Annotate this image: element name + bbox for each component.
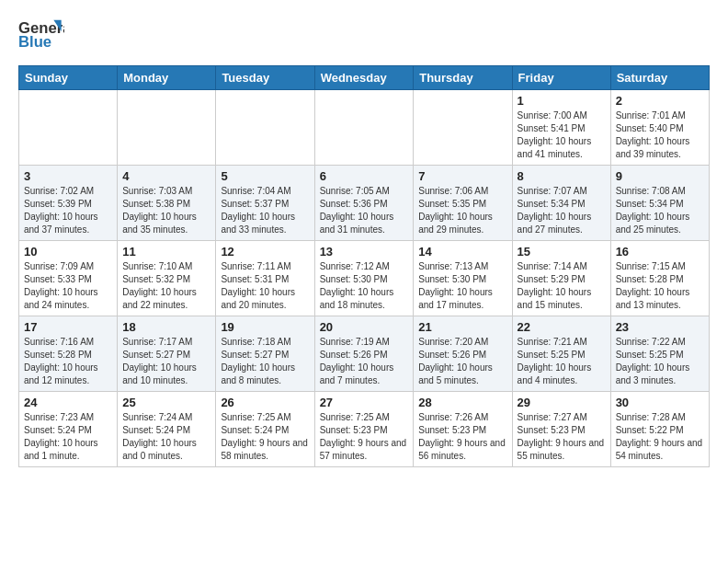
calendar-cell: 15Sunrise: 7:14 AM Sunset: 5:29 PM Dayli… [512, 241, 610, 316]
day-number: 29 [518, 396, 606, 409]
calendar-cell: 26Sunrise: 7:25 AM Sunset: 5:24 PM Dayli… [216, 392, 314, 467]
calendar: SundayMondayTuesdayWednesdayThursdayFrid… [18, 65, 710, 467]
day-number: 9 [616, 169, 704, 183]
calendar-cell: 30Sunrise: 7:28 AM Sunset: 5:22 PM Dayli… [610, 392, 709, 467]
day-number: 19 [221, 320, 309, 334]
day-info: Sunrise: 7:19 AM Sunset: 5:26 PM Dayligh… [320, 336, 409, 387]
calendar-cell: 7Sunrise: 7:06 AM Sunset: 5:35 PM Daylig… [414, 166, 512, 241]
calendar-cell [314, 90, 414, 166]
day-number: 22 [518, 320, 606, 334]
day-header-thursday: Thursday [414, 66, 512, 90]
day-header-sunday: Sunday [19, 66, 118, 90]
day-header-friday: Friday [512, 66, 610, 90]
calendar-cell: 14Sunrise: 7:13 AM Sunset: 5:30 PM Dayli… [414, 241, 512, 316]
calendar-cell: 19Sunrise: 7:18 AM Sunset: 5:27 PM Dayli… [216, 316, 314, 392]
header: General Blue [18, 15, 710, 56]
day-info: Sunrise: 7:25 AM Sunset: 5:24 PM Dayligh… [221, 411, 309, 463]
day-info: Sunrise: 7:04 AM Sunset: 5:37 PM Dayligh… [221, 185, 309, 236]
day-info: Sunrise: 7:10 AM Sunset: 5:32 PM Dayligh… [122, 260, 210, 312]
calendar-cell: 12Sunrise: 7:11 AM Sunset: 5:31 PM Dayli… [216, 241, 314, 316]
day-number: 13 [320, 245, 409, 259]
day-number: 15 [518, 245, 606, 259]
calendar-cell: 29Sunrise: 7:27 AM Sunset: 5:23 PM Dayli… [512, 392, 610, 467]
day-info: Sunrise: 7:03 AM Sunset: 5:38 PM Dayligh… [122, 185, 210, 236]
day-info: Sunrise: 7:12 AM Sunset: 5:30 PM Dayligh… [320, 260, 409, 312]
day-info: Sunrise: 7:00 AM Sunset: 5:41 PM Dayligh… [518, 109, 606, 161]
calendar-cell [414, 90, 512, 166]
calendar-week-5: 24Sunrise: 7:23 AM Sunset: 5:24 PM Dayli… [19, 392, 710, 467]
calendar-cell: 3Sunrise: 7:02 AM Sunset: 5:39 PM Daylig… [19, 166, 118, 241]
calendar-cell: 2Sunrise: 7:01 AM Sunset: 5:40 PM Daylig… [610, 90, 709, 166]
day-info: Sunrise: 7:09 AM Sunset: 5:33 PM Dayligh… [24, 260, 112, 312]
day-info: Sunrise: 7:25 AM Sunset: 5:23 PM Dayligh… [320, 411, 409, 463]
day-number: 4 [122, 169, 210, 183]
calendar-cell [118, 90, 216, 166]
day-info: Sunrise: 7:01 AM Sunset: 5:40 PM Dayligh… [616, 109, 704, 161]
day-number: 27 [320, 396, 409, 409]
calendar-cell: 22Sunrise: 7:21 AM Sunset: 5:25 PM Dayli… [512, 316, 610, 392]
day-info: Sunrise: 7:13 AM Sunset: 5:30 PM Dayligh… [418, 260, 506, 312]
day-number: 25 [122, 396, 210, 409]
day-number: 24 [24, 396, 112, 409]
day-info: Sunrise: 7:15 AM Sunset: 5:28 PM Dayligh… [616, 260, 704, 312]
calendar-cell: 9Sunrise: 7:08 AM Sunset: 5:34 PM Daylig… [610, 166, 709, 241]
day-info: Sunrise: 7:16 AM Sunset: 5:28 PM Dayligh… [24, 336, 112, 387]
calendar-cell: 5Sunrise: 7:04 AM Sunset: 5:37 PM Daylig… [216, 166, 314, 241]
day-number: 16 [616, 245, 704, 259]
calendar-cell: 24Sunrise: 7:23 AM Sunset: 5:24 PM Dayli… [19, 392, 118, 467]
calendar-cell: 10Sunrise: 7:09 AM Sunset: 5:33 PM Dayli… [19, 241, 118, 316]
day-info: Sunrise: 7:14 AM Sunset: 5:29 PM Dayligh… [518, 260, 606, 312]
day-number: 1 [518, 94, 606, 108]
page: General Blue SundayMondayTuesdayWednesda… [0, 0, 728, 477]
calendar-cell: 20Sunrise: 7:19 AM Sunset: 5:26 PM Dayli… [314, 316, 414, 392]
day-info: Sunrise: 7:24 AM Sunset: 5:24 PM Dayligh… [122, 411, 210, 463]
day-number: 11 [122, 245, 210, 259]
calendar-cell: 6Sunrise: 7:05 AM Sunset: 5:36 PM Daylig… [314, 166, 414, 241]
day-number: 8 [518, 169, 606, 183]
day-number: 12 [221, 245, 309, 259]
day-header-wednesday: Wednesday [314, 66, 414, 90]
calendar-cell: 11Sunrise: 7:10 AM Sunset: 5:32 PM Dayli… [118, 241, 216, 316]
calendar-week-2: 3Sunrise: 7:02 AM Sunset: 5:39 PM Daylig… [19, 166, 710, 241]
day-number: 30 [616, 396, 704, 409]
day-info: Sunrise: 7:27 AM Sunset: 5:23 PM Dayligh… [518, 411, 606, 463]
calendar-cell: 17Sunrise: 7:16 AM Sunset: 5:28 PM Dayli… [19, 316, 118, 392]
calendar-cell: 27Sunrise: 7:25 AM Sunset: 5:23 PM Dayli… [314, 392, 414, 467]
logo: General Blue [18, 15, 64, 56]
day-number: 2 [616, 94, 704, 108]
calendar-cell: 1Sunrise: 7:00 AM Sunset: 5:41 PM Daylig… [512, 90, 610, 166]
day-number: 17 [24, 320, 112, 334]
day-info: Sunrise: 7:21 AM Sunset: 5:25 PM Dayligh… [518, 336, 606, 387]
calendar-week-1: 1Sunrise: 7:00 AM Sunset: 5:41 PM Daylig… [19, 90, 710, 166]
day-number: 3 [24, 169, 112, 183]
calendar-cell: 13Sunrise: 7:12 AM Sunset: 5:30 PM Dayli… [314, 241, 414, 316]
calendar-cell: 18Sunrise: 7:17 AM Sunset: 5:27 PM Dayli… [118, 316, 216, 392]
day-header-monday: Monday [118, 66, 216, 90]
day-number: 6 [320, 169, 409, 183]
day-number: 7 [418, 169, 506, 183]
day-info: Sunrise: 7:28 AM Sunset: 5:22 PM Dayligh… [616, 411, 704, 463]
day-header-tuesday: Tuesday [216, 66, 314, 90]
calendar-week-4: 17Sunrise: 7:16 AM Sunset: 5:28 PM Dayli… [19, 316, 710, 392]
day-number: 18 [122, 320, 210, 334]
day-info: Sunrise: 7:05 AM Sunset: 5:36 PM Dayligh… [320, 185, 409, 236]
day-number: 20 [320, 320, 409, 334]
day-info: Sunrise: 7:18 AM Sunset: 5:27 PM Dayligh… [221, 336, 309, 387]
day-info: Sunrise: 7:08 AM Sunset: 5:34 PM Dayligh… [616, 185, 704, 236]
day-number: 5 [221, 169, 309, 183]
day-number: 14 [418, 245, 506, 259]
day-number: 23 [616, 320, 704, 334]
calendar-cell: 25Sunrise: 7:24 AM Sunset: 5:24 PM Dayli… [118, 392, 216, 467]
day-number: 26 [221, 396, 309, 409]
day-info: Sunrise: 7:11 AM Sunset: 5:31 PM Dayligh… [221, 260, 309, 312]
day-info: Sunrise: 7:07 AM Sunset: 5:34 PM Dayligh… [518, 185, 606, 236]
logo-icon: General Blue [18, 15, 64, 56]
calendar-cell: 16Sunrise: 7:15 AM Sunset: 5:28 PM Dayli… [610, 241, 709, 316]
day-info: Sunrise: 7:26 AM Sunset: 5:23 PM Dayligh… [418, 411, 506, 463]
calendar-cell [216, 90, 314, 166]
day-number: 21 [418, 320, 506, 334]
day-header-saturday: Saturday [610, 66, 709, 90]
day-number: 10 [24, 245, 112, 259]
calendar-header-row: SundayMondayTuesdayWednesdayThursdayFrid… [19, 66, 710, 90]
day-info: Sunrise: 7:22 AM Sunset: 5:25 PM Dayligh… [616, 336, 704, 387]
